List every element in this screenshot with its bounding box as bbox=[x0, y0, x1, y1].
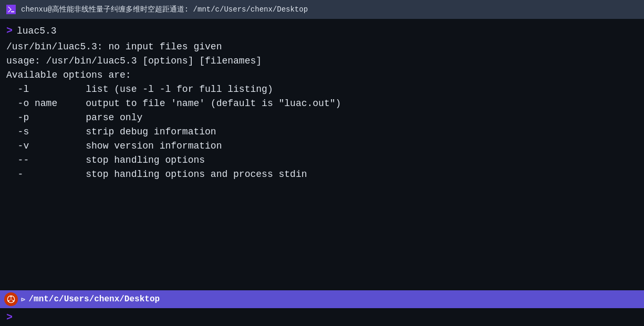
output-block: /usr/bin/luac5.3: no input files given u… bbox=[6, 40, 638, 286]
svg-point-5 bbox=[13, 300, 15, 302]
ubuntu-logo bbox=[7, 295, 15, 303]
path-text: /mnt/c/Users/chenx/Desktop bbox=[28, 295, 160, 304]
bottom-bar-path: ⊳ /mnt/c/Users/chenx/Desktop bbox=[21, 295, 160, 304]
output-line-6: -p parse only bbox=[6, 111, 638, 125]
output-line-4: -l list (use -l -l for full listing) bbox=[6, 82, 638, 97]
final-prompt-chevron: > bbox=[6, 311, 13, 323]
output-line-8: -v show version information bbox=[6, 139, 638, 153]
terminal-body[interactable]: > luac5.3 /usr/bin/luac5.3: no input fil… bbox=[0, 19, 644, 290]
svg-point-3 bbox=[11, 296, 12, 297]
output-line-1: /usr/bin/luac5.3: no input files given bbox=[6, 40, 638, 54]
prompt-command: luac5.3 bbox=[17, 24, 57, 38]
svg-line-7 bbox=[9, 300, 11, 301]
bottom-bar: ⊳ /mnt/c/Users/chenx/Desktop bbox=[0, 290, 644, 308]
prompt-chevron: > bbox=[6, 23, 13, 39]
output-line-3: Available options are: bbox=[6, 68, 638, 82]
prompt-line: > luac5.3 bbox=[6, 23, 638, 39]
output-line-10: - stop handling options and process stdi… bbox=[6, 167, 638, 182]
title-bar: chenxu@高性能非线性量子纠缠多维时空超距通道: /mnt/c/Users/… bbox=[0, 0, 644, 19]
output-line-7: -s strip debug information bbox=[6, 125, 638, 139]
terminal-title-icon bbox=[6, 5, 16, 14]
path-arrow: ⊳ bbox=[21, 295, 25, 304]
output-line-9: -- stop handling options bbox=[6, 153, 638, 167]
svg-marker-0 bbox=[8, 7, 12, 13]
svg-rect-1 bbox=[11, 12, 14, 13]
output-line-5: -o name output to file 'name' (default i… bbox=[6, 97, 638, 111]
title-bar-text: chenxu@高性能非线性量子纠缠多维时空超距通道: /mnt/c/Users/… bbox=[21, 5, 308, 14]
svg-point-4 bbox=[8, 300, 9, 302]
terminal-icon bbox=[7, 6, 15, 13]
terminal-window: chenxu@高性能非线性量子纠缠多维时空超距通道: /mnt/c/Users/… bbox=[0, 0, 644, 326]
svg-line-8 bbox=[12, 300, 13, 301]
ubuntu-icon bbox=[4, 292, 18, 306]
output-line-2: usage: /usr/bin/luac5.3 [options] [filen… bbox=[6, 54, 638, 68]
final-prompt-line[interactable]: > bbox=[0, 308, 644, 326]
